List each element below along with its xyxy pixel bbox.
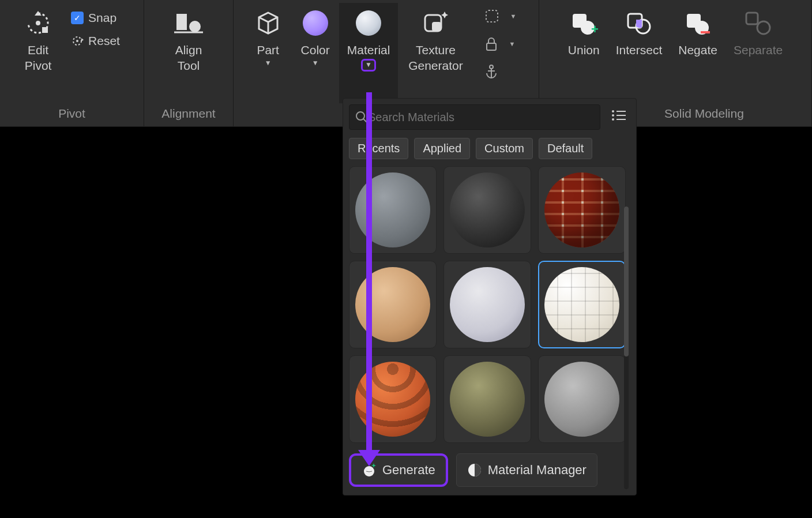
- material-icon: [356, 9, 381, 37]
- align-icon: [174, 9, 203, 37]
- separate-label: Separate: [734, 42, 783, 58]
- group-label-pivot: Pivot: [58, 103, 85, 126]
- svg-rect-2: [42, 27, 48, 33]
- edit-pivot-label: Edit Pivot: [25, 42, 52, 74]
- material-preview-icon: [450, 362, 525, 437]
- tab-recents[interactable]: Recents: [349, 138, 408, 159]
- part-button[interactable]: Part ▼: [245, 3, 292, 103]
- reset-icon: [71, 35, 84, 47]
- svg-line-27: [363, 119, 367, 122]
- marquee-icon: [484, 9, 499, 24]
- svg-rect-6: [176, 14, 187, 30]
- color-label: Color: [301, 42, 330, 58]
- svg-marker-0: [35, 11, 42, 16]
- search-materials-box[interactable]: [349, 104, 600, 130]
- edit-pivot-button[interactable]: Edit Pivot: [14, 3, 62, 103]
- lock-icon: [484, 36, 498, 51]
- svg-point-34: [364, 466, 374, 476]
- svg-point-1: [36, 21, 40, 25]
- scrollbar-thumb[interactable]: [624, 207, 629, 356]
- texture-generator-button[interactable]: Texture Generator: [398, 3, 473, 103]
- chevron-down-icon: ▼: [509, 40, 515, 47]
- color-button[interactable]: Color ▼: [292, 3, 339, 103]
- chevron-down-icon[interactable]: ▼: [312, 59, 319, 68]
- material-button[interactable]: Material ▼: [339, 3, 399, 103]
- chevron-down-icon[interactable]: ▼: [361, 59, 376, 72]
- svg-rect-10: [432, 22, 441, 31]
- snap-label: Snap: [88, 11, 116, 25]
- search-input[interactable]: [368, 111, 594, 124]
- color-icon: [303, 9, 328, 37]
- material-swatch-carpet[interactable]: [443, 261, 531, 348]
- negate-icon: [683, 9, 712, 37]
- union-label: Union: [568, 42, 600, 58]
- negate-label: Negate: [678, 42, 717, 58]
- lock-dropdown[interactable]: ▼: [475, 34, 525, 54]
- material-swatch-cardboard[interactable]: [349, 261, 437, 348]
- intersect-icon: [625, 9, 653, 37]
- svg-marker-5: [81, 38, 84, 42]
- group-alignment: Align Tool Alignment: [144, 0, 234, 126]
- material-swatch-brick[interactable]: [538, 166, 626, 254]
- snap-toggle[interactable]: ✓ Snap: [62, 6, 129, 29]
- generate-label: Generate: [382, 463, 435, 478]
- svg-rect-11: [486, 10, 498, 22]
- part-label: Part: [257, 42, 279, 58]
- svg-point-13: [490, 65, 493, 69]
- material-swatch-plastic[interactable]: [538, 355, 626, 443]
- chevron-down-icon: ▼: [510, 13, 516, 20]
- list-view-toggle[interactable]: [606, 109, 630, 125]
- tab-default[interactable]: Default: [539, 138, 592, 159]
- chevron-down-icon[interactable]: ▼: [265, 59, 272, 68]
- align-label: Align Tool: [175, 42, 202, 74]
- material-swatch-concrete[interactable]: [349, 166, 437, 254]
- material-filter-tabs: Recents Applied Custom Default: [349, 138, 630, 159]
- svg-point-32: [612, 118, 614, 121]
- align-tool-button[interactable]: Align Tool: [157, 3, 220, 103]
- svg-point-7: [189, 21, 201, 32]
- material-preview-icon: [355, 172, 430, 247]
- union-button[interactable]: + Union: [560, 3, 608, 103]
- material-preview-icon: [450, 172, 525, 247]
- search-icon: [355, 111, 368, 123]
- separate-button: Separate: [725, 3, 791, 103]
- material-dropdown-panel: Recents Applied Custom Default Generate …: [343, 98, 637, 496]
- svg-rect-12: [487, 43, 496, 50]
- anchor-button[interactable]: [475, 62, 525, 81]
- material-label: Material: [347, 42, 390, 58]
- svg-rect-24: [746, 13, 758, 24]
- material-swatch-ceramic[interactable]: [538, 261, 626, 348]
- material-manager-icon: [467, 463, 482, 478]
- group-label-alignment: Alignment: [161, 103, 215, 126]
- check-icon: ✓: [71, 12, 84, 24]
- intersect-button[interactable]: Intersect: [608, 3, 671, 103]
- material-swatch-roof[interactable]: [349, 355, 437, 443]
- cube-icon: [255, 9, 281, 37]
- tab-custom[interactable]: Custom: [476, 138, 533, 159]
- texture-generator-icon: [422, 9, 449, 37]
- selection-dropdown[interactable]: ▼: [475, 6, 525, 26]
- svg-point-4: [76, 40, 78, 42]
- group-pivot: Edit Pivot ✓ Snap Reset Pivot: [0, 0, 144, 126]
- svg-point-30: [612, 114, 614, 117]
- material-preview-icon: [355, 362, 430, 437]
- tab-applied[interactable]: Applied: [414, 138, 470, 159]
- negate-button[interactable]: Negate: [670, 3, 725, 103]
- generate-icon: [362, 463, 377, 478]
- reset-button[interactable]: Reset: [62, 29, 129, 52]
- material-manager-button[interactable]: Material Manager: [456, 453, 597, 487]
- group-label-solid: Solid Modeling: [664, 103, 744, 126]
- material-preview-icon: [355, 267, 430, 342]
- material-preview-icon: [544, 362, 619, 437]
- intersect-label: Intersect: [616, 42, 663, 58]
- generate-button[interactable]: Generate: [349, 453, 448, 487]
- union-icon: +: [569, 9, 598, 37]
- pivot-icon: [25, 9, 51, 37]
- svg-point-26: [356, 112, 364, 120]
- material-swatch-asphalt[interactable]: [443, 166, 531, 254]
- material-swatch-cobble[interactable]: [443, 355, 531, 443]
- list-icon: [611, 109, 626, 122]
- material-preview-icon: [544, 172, 619, 247]
- anchor-icon: [484, 64, 498, 79]
- material-preview-icon: [450, 267, 525, 342]
